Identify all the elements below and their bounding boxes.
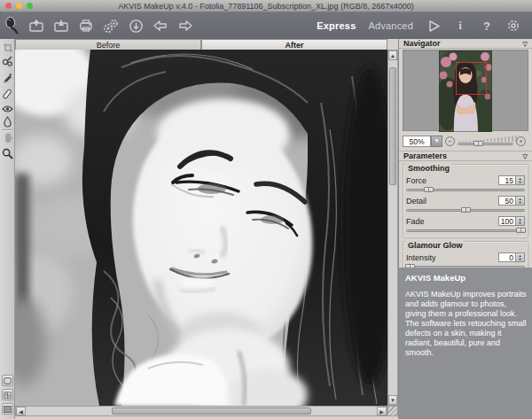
- preferences-gear-icon[interactable]: [505, 18, 521, 34]
- zoom-slider-track[interactable]: [458, 143, 513, 145]
- zoom-value-field[interactable]: 50%: [403, 136, 431, 147]
- background-color-swatch[interactable]: [2, 403, 13, 415]
- scroll-left-button[interactable]: ◀: [16, 407, 26, 415]
- info-button[interactable]: i: [452, 18, 468, 34]
- navigator-title: Navigator: [403, 39, 441, 48]
- share-button[interactable]: [127, 17, 145, 35]
- about-box: AKVIS MakeUp AKVIS MakeUp improves portr…: [399, 268, 532, 419]
- detail-spinner-buttons[interactable]: ▲▼: [516, 196, 525, 206]
- fade-label: Fade: [406, 217, 425, 226]
- crop-tool-icon[interactable]: [1, 41, 14, 54]
- eye-pencil-tool-icon[interactable]: [1, 71, 14, 84]
- undo-button[interactable]: [152, 17, 169, 35]
- fade-slider[interactable]: [406, 227, 525, 235]
- fade-slider-handle[interactable]: [516, 228, 526, 233]
- intensity-label: Intensity: [406, 253, 436, 262]
- resize-grip[interactable]: [387, 406, 398, 416]
- vertical-scroll-thumb[interactable]: [389, 67, 396, 185]
- zoom-controls: 50% ▼ − +: [403, 135, 528, 147]
- print-button[interactable]: [77, 17, 95, 35]
- force-label: Force: [406, 176, 426, 185]
- settings-panel: Navigator ▽: [398, 39, 532, 419]
- help-button[interactable]: ?: [479, 18, 495, 34]
- zoom-slider[interactable]: [458, 136, 513, 146]
- horizontal-scroll-thumb[interactable]: [112, 407, 311, 415]
- fade-value[interactable]: 100: [498, 216, 516, 226]
- glamour-glow-group-label: Glamour Glow: [406, 241, 465, 250]
- detail-slider[interactable]: [406, 206, 525, 214]
- force-slider-handle[interactable]: [424, 187, 434, 192]
- red-eye-tool-icon[interactable]: [1, 102, 14, 115]
- tab-before[interactable]: Before: [15, 39, 201, 50]
- express-mode-button[interactable]: Express: [317, 20, 356, 31]
- fade-row: Fade 100 ▲▼: [406, 215, 525, 227]
- force-spinner-buttons[interactable]: ▲▼: [516, 175, 525, 185]
- navigator-viewport[interactable]: [403, 50, 528, 131]
- blur-drop-tool-icon[interactable]: [1, 115, 14, 128]
- intensity-spinbox[interactable]: 0 ▲▼: [498, 252, 525, 262]
- navigator-view-frame[interactable]: [456, 62, 487, 95]
- smoothing-group: Smoothing Force 15 ▲▼ Detail 50 ▲▼: [403, 164, 528, 238]
- batch-processing-gears-icon[interactable]: [102, 17, 120, 35]
- window-title: AKVIS MakeUp v.4.0 - Fotolia_77891106_Su…: [0, 0, 532, 12]
- navigator-collapse-icon[interactable]: ▽: [523, 41, 528, 47]
- detail-label: Detail: [406, 197, 426, 206]
- app-logo-makeup-brush-icon: [3, 17, 20, 35]
- scroll-up-button[interactable]: ▲: [388, 50, 397, 60]
- smoothing-group-label: Smoothing: [406, 164, 451, 173]
- force-slider[interactable]: [406, 186, 525, 194]
- force-spinbox[interactable]: 15 ▲▼: [498, 175, 525, 185]
- parameters-header[interactable]: Parameters ▽: [399, 151, 532, 161]
- view-single-window-button[interactable]: [2, 375, 13, 386]
- force-row: Force 15 ▲▼: [406, 175, 525, 186]
- run-button[interactable]: [426, 18, 442, 34]
- app-window: AKVIS MakeUp v.4.0 - Fotolia_77891106_Su…: [0, 0, 532, 419]
- about-body: AKVIS MakeUp improves portraits and adds…: [405, 290, 527, 358]
- force-value[interactable]: 15: [498, 175, 516, 185]
- view-split-window-button[interactable]: [2, 389, 13, 400]
- portrait-photo: [15, 50, 387, 406]
- horizontal-scrollbar[interactable]: ◀ ▶: [15, 406, 387, 416]
- advanced-mode-button[interactable]: Advanced: [368, 20, 413, 31]
- fade-slider-track[interactable]: [406, 229, 525, 232]
- open-image-button[interactable]: [27, 17, 45, 35]
- scroll-down-button[interactable]: ▼: [388, 395, 397, 405]
- detail-value[interactable]: 50: [498, 196, 516, 206]
- redo-button[interactable]: [176, 17, 194, 35]
- spot-remover-tool-icon[interactable]: [1, 55, 14, 68]
- image-canvas[interactable]: [15, 50, 387, 406]
- main-toolbar: Express Advanced i ?: [0, 12, 532, 39]
- toolbar-right-group: Express Advanced i ?: [317, 18, 532, 34]
- about-title: AKVIS MakeUp: [405, 273, 527, 283]
- intensity-row: Intensity 0 ▲▼: [406, 252, 525, 263]
- zoom-tool-icon[interactable]: [1, 147, 14, 160]
- hand-tool-icon[interactable]: [1, 131, 14, 144]
- zoom-dropdown-button[interactable]: ▼: [431, 136, 442, 147]
- zoom-slider-ticks: [458, 136, 518, 142]
- concealer-tool-icon[interactable]: [1, 87, 14, 100]
- intensity-spinner-buttons[interactable]: ▲▼: [516, 252, 525, 262]
- intensity-value[interactable]: 0: [498, 252, 516, 262]
- vertical-scrollbar[interactable]: ▲ ▼: [387, 50, 398, 406]
- detail-spinbox[interactable]: 50 ▲▼: [498, 196, 525, 206]
- parameters-collapse-icon[interactable]: ▽: [523, 153, 528, 159]
- tool-separator: [2, 129, 12, 130]
- fade-spinner-buttons[interactable]: ▲▼: [516, 216, 525, 226]
- detail-row: Detail 50 ▲▼: [406, 195, 525, 206]
- tab-after[interactable]: After: [201, 39, 387, 50]
- image-tabs: Before After: [15, 39, 387, 50]
- zoom-out-button[interactable]: −: [445, 136, 455, 146]
- parameters-title: Parameters: [403, 151, 447, 160]
- save-image-button[interactable]: [52, 17, 70, 35]
- fade-spinbox[interactable]: 100 ▲▼: [498, 216, 525, 226]
- zoom-slider-handle[interactable]: [473, 141, 483, 146]
- navigator-header[interactable]: Navigator ▽: [399, 39, 532, 49]
- titlebar: AKVIS MakeUp v.4.0 - Fotolia_77891106_Su…: [0, 0, 532, 12]
- scroll-right-button[interactable]: ▶: [377, 407, 387, 415]
- tool-column: [0, 39, 15, 419]
- detail-slider-handle[interactable]: [461, 207, 471, 213]
